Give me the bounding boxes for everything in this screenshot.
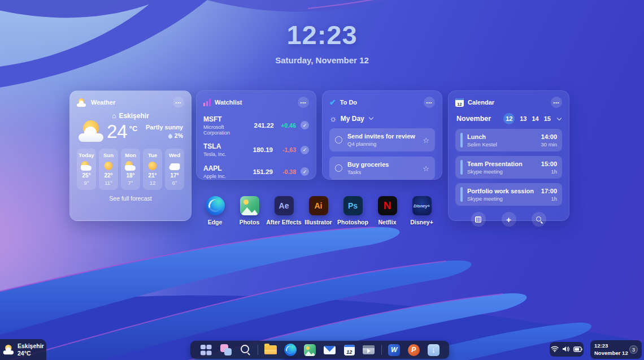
task-info: Buy groceries Tasks	[347, 161, 389, 175]
stock-change: -0.38	[277, 168, 296, 175]
event-accent-bar	[460, 160, 463, 175]
word-button[interactable]: W	[387, 342, 402, 357]
condition-block: Partly sunny 2%	[146, 123, 183, 140]
month-view-button[interactable]	[471, 212, 486, 227]
task-item[interactable]: Send invites for review Q4 planning	[329, 128, 435, 151]
chevron-down-icon[interactable]	[557, 115, 562, 120]
mail-button[interactable]	[322, 342, 337, 357]
see-full-forecast-link[interactable]: See full forecast	[77, 195, 184, 202]
current-temp: 24	[107, 121, 128, 142]
weather-menu-button[interactable]	[173, 97, 184, 108]
calendar-event[interactable]: Portfolio work session17:00 Skype meetin…	[455, 183, 562, 206]
folder-icon	[264, 345, 277, 354]
illustrator-icon: Ai	[309, 196, 328, 215]
shortcut-netflix[interactable]: N Netflix	[370, 196, 404, 225]
desktop: 12:23 Saturday, November 12 Weather Eski…	[0, 0, 644, 360]
precipitation: 2%	[146, 132, 183, 140]
movies-tv-icon	[363, 345, 375, 354]
photos-button[interactable]	[303, 342, 317, 357]
photoshop-icon: Ps	[343, 196, 363, 215]
powerpoint-button[interactable]: P	[406, 342, 421, 357]
shortcut-photoshop[interactable]: Ps Photoshop	[336, 196, 370, 225]
date-selected[interactable]: 12	[503, 113, 515, 124]
event-info: Team Presentation15:00 Skype meeting1h	[467, 161, 557, 175]
precip-value: 2%	[175, 132, 183, 140]
chip-text: Eskişehir 24°C	[18, 342, 44, 357]
forecast-row: Today 25° 9° Sun 22° 11° Mon 18° 7° Tue …	[77, 149, 184, 190]
calendar-menu-button[interactable]	[551, 97, 562, 108]
calendar-event[interactable]: Lunch14:00 Selim Kestel30 min	[455, 129, 562, 151]
search-events-button[interactable]	[532, 212, 546, 227]
watchlist-header: Watchlist	[203, 97, 309, 108]
clock-time: 12:23	[0, 19, 644, 50]
grid-icon	[475, 216, 481, 223]
stock-info: AAPL Apple Inc.	[203, 164, 226, 179]
disney-plus-icon: Disney+	[412, 196, 432, 215]
search-icon	[240, 344, 251, 355]
task-view-button[interactable]	[219, 342, 233, 357]
forecast-day: Today 25° 9°	[77, 149, 96, 190]
word-icon: W	[388, 344, 400, 356]
shortcut-edge[interactable]: Edge	[198, 196, 232, 225]
chevron-down-icon	[369, 115, 373, 120]
stock-row[interactable]: TSLA Tesla, Inc. 180.19 -1,63	[203, 142, 309, 157]
movies-tv-button[interactable]	[362, 342, 376, 357]
temp-unit: °C	[129, 124, 138, 133]
shortcut-photos[interactable]: Photos	[232, 196, 267, 225]
calendar-footer	[455, 212, 562, 227]
taskbar-weather-chip[interactable]: Eskişehir 24°C	[0, 339, 46, 360]
battery-icon	[573, 344, 582, 354]
stock-price: 241.22	[254, 122, 274, 129]
event-info: Portfolio work session17:00 Skype meetin…	[467, 188, 557, 202]
stock-row[interactable]: AAPL Apple Inc. 151.29 -0.38	[203, 164, 309, 179]
weather-condition-icon	[102, 161, 115, 171]
complete-task-circle[interactable]	[335, 136, 342, 144]
photos-icon	[240, 196, 259, 215]
shortcut-after-effects[interactable]: Ae After Effects	[267, 196, 301, 225]
search-button[interactable]	[238, 342, 253, 357]
calendar-widget: 12 Calendar November 12 13 14 15 Lunch14…	[448, 90, 569, 221]
stock-info: MSFT Microsoft Corporation	[203, 115, 250, 136]
check-circle-icon[interactable]	[301, 146, 309, 154]
notification-badge[interactable]: 3	[629, 345, 638, 354]
start-button[interactable]	[199, 342, 214, 357]
shortcut-illustrator[interactable]: Ai Illustrator	[301, 196, 336, 225]
complete-task-circle[interactable]	[335, 164, 342, 172]
weather-condition-icon	[124, 161, 137, 171]
add-event-button[interactable]	[502, 212, 516, 227]
date-option[interactable]: 14	[532, 115, 539, 122]
calendar-event[interactable]: Team Presentation15:00 Skype meeting1h	[455, 156, 562, 179]
weather-location[interactable]: Eskişehir	[77, 112, 184, 120]
taskbar-separator	[381, 345, 382, 355]
taskbar-separator	[258, 345, 258, 355]
watchlist-menu-button[interactable]	[298, 97, 309, 108]
todo-menu-button[interactable]	[424, 97, 435, 108]
system-tray[interactable]	[550, 342, 584, 357]
condition-label: Partly sunny	[146, 124, 183, 131]
star-icon[interactable]	[423, 135, 429, 145]
downloads-button[interactable]	[426, 342, 441, 357]
my-day-dropdown[interactable]: My Day	[329, 114, 435, 123]
task-item[interactable]: Buy groceries Tasks	[329, 157, 435, 180]
edge-button[interactable]	[283, 342, 298, 357]
star-icon[interactable]	[423, 163, 429, 174]
taskbar: 12 W P	[190, 341, 449, 359]
weather-condition-icon	[80, 161, 93, 171]
stock-row[interactable]: MSFT Microsoft Corporation 241.22 +0.46	[203, 115, 309, 136]
check-circle-icon[interactable]	[301, 167, 309, 176]
forecast-day: Mon 18° 7°	[121, 149, 140, 190]
volume-icon	[562, 344, 570, 354]
edge-icon	[206, 196, 225, 215]
tray-clock[interactable]: 12:23 November 12 3	[590, 340, 642, 359]
stock-change: +0.46	[279, 122, 296, 129]
shortcut-disney-plus[interactable]: Disney+ Disney+	[404, 196, 439, 225]
calendar-button[interactable]: 12	[342, 342, 356, 357]
todo-header: To Do	[329, 97, 435, 108]
clock-date: Saturday, November 12	[0, 55, 644, 65]
check-circle-icon[interactable]	[301, 121, 309, 129]
forecast-day: Sun 22° 11°	[99, 149, 118, 190]
file-explorer-button[interactable]	[263, 342, 278, 357]
event-accent-bar	[460, 133, 463, 148]
date-option[interactable]: 13	[520, 115, 526, 122]
date-option[interactable]: 15	[544, 115, 551, 122]
